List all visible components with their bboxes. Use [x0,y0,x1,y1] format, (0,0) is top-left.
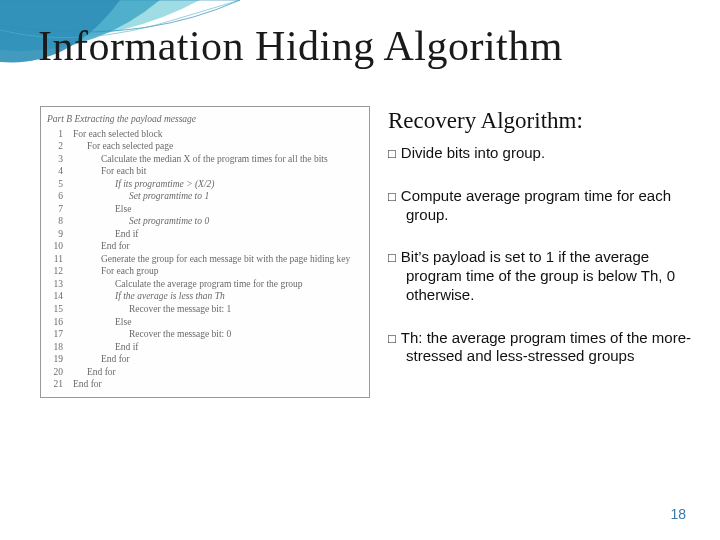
recovery-bullet: Bit’s payload is set to 1 if the average… [388,248,700,304]
pseudocode-line: 6Set programtime to 1 [47,190,361,203]
pseudocode-line: 8Set programtime to 0 [47,215,361,228]
pseudocode-line: 17Recover the message bit: 0 [47,328,361,341]
page-title: Information Hiding Algorithm [0,0,720,78]
pseudocode-line: 2For each selected page [47,140,361,153]
pseudocode-line: 10End for [47,240,361,253]
content-row: Part B Extracting the payload message 1F… [0,78,720,398]
pseudocode-line: 21End for [47,378,361,391]
pseudocode-line: 20End for [47,366,361,379]
pseudocode-line: 14If the average is less than Th [47,290,361,303]
recovery-subheading: Recovery Algorithm: [388,108,700,134]
recovery-bullet: Divide bits into group. [388,144,700,163]
pseudocode-line: 7Else [47,203,361,216]
pseudocode-line: 4For each bit [47,165,361,178]
pseudocode-box: Part B Extracting the payload message 1F… [40,106,370,398]
pseudocode-line: 15Recover the message bit: 1 [47,303,361,316]
pseudocode-column: Part B Extracting the payload message 1F… [40,106,370,398]
pseudocode-line: 5If its programtime > (X/2) [47,178,361,191]
pseudocode-line: 3Calculate the median X of the program t… [47,153,361,166]
pseudocode-line: 13Calculate the average program time for… [47,278,361,291]
recovery-column: Recovery Algorithm: Divide bits into gro… [388,106,700,398]
pseudocode-line: 11Generate the group for each message bi… [47,253,361,266]
pseudocode-line: 18End if [47,341,361,354]
pseudocode-line: 19End for [47,353,361,366]
recovery-bullet: Th: the average program times of the mor… [388,329,700,367]
recovery-bullet: Compute average program time for each gr… [388,187,700,225]
pseudocode-line: 16Else [47,316,361,329]
pseudocode-line: 1For each selected block [47,128,361,141]
page-number: 18 [670,506,686,522]
pseudocode-line: 12For each group [47,265,361,278]
pseudocode-line: 9End if [47,228,361,241]
